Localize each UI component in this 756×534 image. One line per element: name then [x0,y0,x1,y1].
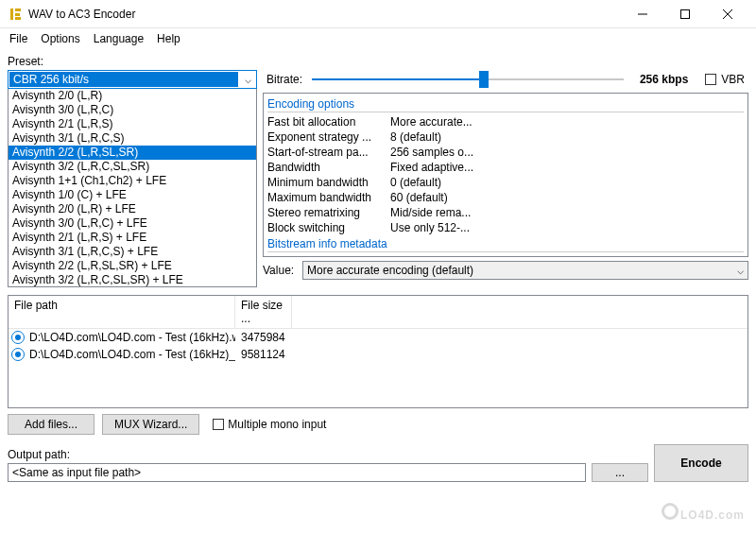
menu-language[interactable]: Language [88,30,149,47]
preset-option[interactable]: Avisynth 3/2 (L,R,C,SL,SR) [9,160,256,174]
preset-option[interactable]: Avisynth 3/1 (L,R,C,S) + LFE [9,245,256,259]
preset-option[interactable]: Avisynth 1+1 (Ch1,Ch2) + LFE [9,174,256,188]
chevron-down-icon: ⌵ [737,264,744,277]
preset-option[interactable]: Avisynth 3/2 (L,R,C,SL,SR) + LFE [9,273,256,287]
close-button[interactable] [706,1,748,27]
preset-option[interactable]: Avisynth 3/0 (L,R,C) [9,103,256,117]
file-icon [11,331,25,344]
preset-option[interactable]: Avisynth 1/0 (C) + LFE [9,188,256,202]
file-icon [11,348,25,361]
encoding-options-panel[interactable]: Encoding options Fast bit allocationMore… [263,93,748,257]
vbr-label: VBR [721,73,745,86]
preset-option[interactable]: Avisynth 2/1 (L,R,S) [9,117,256,131]
preset-option[interactable]: Avisynth 2/2 (L,R,SL,SR) + LFE [9,259,256,273]
output-path-label: Output path: [8,448,586,461]
add-files-button[interactable]: Add files... [8,414,94,435]
multiple-mono-checkbox[interactable]: Multiple mono input [213,418,326,431]
svg-rect-3 [15,17,21,20]
vbr-checkbox[interactable]: VBR [705,73,745,86]
value-label: Value: [263,264,297,277]
bitrate-value: 256 kbps [631,73,688,86]
chevron-down-icon: ⌵ [239,73,256,86]
watermark: LO4D.com [662,500,745,525]
table-row[interactable]: D:\LO4D.com\LO4D.com - Test (16kHz)_1.wa… [9,346,747,363]
maximize-button[interactable] [663,1,706,27]
option-row[interactable]: Fast bit allocationMore accurate... [267,114,744,129]
preset-listbox[interactable]: Avisynth 2/0 (L,R)Avisynth 3/0 (L,R,C)Av… [8,89,257,287]
bitrate-slider[interactable] [312,70,624,89]
svg-rect-2 [15,13,20,16]
table-header: File path File size ... [9,296,747,329]
bitrate-label: Bitrate: [266,73,304,86]
svg-rect-0 [10,9,13,20]
col-filesize[interactable]: File size ... [235,296,292,328]
multiple-mono-label: Multiple mono input [228,418,326,431]
window-title: WAV to AC3 Encoder [28,8,621,21]
preset-option[interactable]: Avisynth 2/1 (L,R,S) + LFE [9,231,256,245]
preset-label: Preset: [8,55,748,68]
slider-thumb[interactable] [479,71,489,88]
preset-option[interactable]: Avisynth 3/0 (L,R,C) + LFE [9,216,256,231]
value-dropdown[interactable]: More accurate encoding (default) ⌵ [302,261,748,280]
app-logo-icon [8,7,23,22]
option-row[interactable]: Center mix level-3.0 dB (default) [267,254,744,257]
section-bitstream-metadata: Bitstream info metadata [267,237,744,252]
value-selected: More accurate encoding (default) [307,264,473,277]
preset-selected: CBR 256 kbit/s [9,72,238,87]
option-row[interactable]: BandwidthFixed adaptive... [267,160,744,175]
preset-option[interactable]: Avisynth 2/0 (L,R) + LFE [9,202,256,216]
preset-dropdown[interactable]: CBR 256 kbit/s ⌵ [8,70,257,89]
menu-options[interactable]: Options [35,30,85,47]
mux-wizard-button[interactable]: MUX Wizard... [102,414,199,435]
option-row[interactable]: Exponent strategy ...8 (default) [267,129,744,145]
minimize-button[interactable] [621,1,663,27]
menubar: File Options Language Help [0,28,756,49]
table-row[interactable]: D:\LO4D.com\LO4D.com - Test (16kHz).wav3… [9,329,747,346]
output-path-input[interactable] [8,463,586,482]
option-row[interactable]: Stereo rematrixingMid/side rema... [267,205,744,220]
option-row[interactable]: Maximum bandwidth60 (default) [267,190,744,205]
titlebar: WAV to AC3 Encoder [0,0,756,28]
section-encoding-options: Encoding options [267,97,744,112]
preset-option[interactable]: Avisynth 2/0 (L,R) [9,89,256,103]
encode-button[interactable]: Encode [654,444,748,482]
option-row[interactable]: Start-of-stream pa...256 samples o... [267,145,744,160]
browse-button[interactable]: ... [592,463,648,482]
files-table[interactable]: File path File size ... D:\LO4D.com\LO4D… [8,295,748,408]
svg-rect-5 [680,9,689,18]
col-filepath[interactable]: File path [9,296,235,328]
preset-option[interactable]: Avisynth 2/2 (L,R,SL,SR) [9,146,256,160]
option-row[interactable]: Minimum bandwidth0 (default) [267,175,744,190]
menu-help[interactable]: Help [151,30,186,47]
menu-file[interactable]: File [4,30,33,47]
svg-rect-1 [15,9,21,11]
option-row[interactable]: Block switchingUse only 512-... [267,220,744,235]
preset-option[interactable]: Avisynth 3/1 (L,R,C,S) [9,131,256,146]
